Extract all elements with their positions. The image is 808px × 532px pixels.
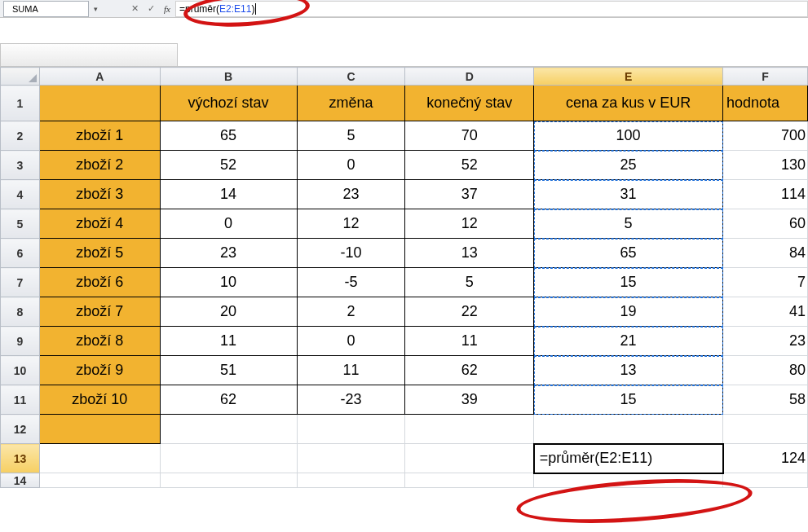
- cell-B13[interactable]: [160, 444, 297, 473]
- cell-F9[interactable]: 23: [723, 327, 808, 356]
- cell-F14[interactable]: [723, 473, 808, 488]
- cell-A4[interactable]: zboží 3: [39, 180, 160, 209]
- cell-F2[interactable]: 700: [723, 121, 808, 151]
- cell-B6[interactable]: 23: [160, 239, 297, 268]
- col-header-D[interactable]: D: [405, 68, 534, 86]
- col-header-F[interactable]: F: [723, 68, 808, 86]
- formula-enter-button[interactable]: ✓: [143, 3, 159, 14]
- formula-input[interactable]: =průměr(E2:E11): [175, 1, 808, 17]
- col-header-B[interactable]: B: [160, 68, 297, 86]
- cell-F7[interactable]: 7: [723, 268, 808, 297]
- cell-E11[interactable]: 15: [534, 385, 723, 415]
- cell-A14[interactable]: [39, 473, 160, 488]
- cell-E14[interactable]: [534, 473, 723, 488]
- cell-A7[interactable]: zboží 6: [39, 268, 160, 297]
- cell-C3[interactable]: 0: [297, 151, 405, 180]
- cell-B2[interactable]: 65: [160, 121, 297, 151]
- cell-E10[interactable]: 13: [534, 356, 723, 385]
- cell-E5[interactable]: 5: [534, 209, 723, 239]
- cell-D1[interactable]: konečný stav: [405, 86, 534, 121]
- cell-D2[interactable]: 70: [405, 121, 534, 151]
- cell-A11[interactable]: zboží 10: [39, 385, 160, 415]
- cell-A9[interactable]: zboží 8: [39, 327, 160, 356]
- name-box[interactable]: SUMA: [3, 1, 89, 17]
- cell-E3[interactable]: 25: [534, 151, 723, 180]
- row-header-5[interactable]: 5: [1, 209, 40, 239]
- cell-B12[interactable]: [160, 415, 297, 444]
- cell-D14[interactable]: [405, 473, 534, 488]
- cell-D4[interactable]: 37: [405, 180, 534, 209]
- row-header-14[interactable]: 14: [1, 473, 40, 488]
- cell-A1[interactable]: [39, 86, 160, 121]
- cell-A13[interactable]: [39, 444, 160, 473]
- cell-D8[interactable]: 22: [405, 297, 534, 327]
- cell-E4[interactable]: 31: [534, 180, 723, 209]
- row-header-2[interactable]: 2: [1, 121, 40, 151]
- formula-cancel-button[interactable]: ✕: [126, 3, 143, 14]
- cell-C8[interactable]: 2: [297, 297, 405, 327]
- cell-A8[interactable]: zboží 7: [39, 297, 160, 327]
- select-all-corner[interactable]: [1, 68, 40, 86]
- cell-D5[interactable]: 12: [405, 209, 534, 239]
- cell-C11[interactable]: -23: [297, 385, 405, 415]
- cell-C14[interactable]: [297, 473, 405, 488]
- cell-D11[interactable]: 39: [405, 385, 534, 415]
- cell-F11[interactable]: 58: [723, 385, 808, 415]
- cell-C13[interactable]: [297, 444, 405, 473]
- cell-B11[interactable]: 62: [160, 385, 297, 415]
- cell-E8[interactable]: 19: [534, 297, 723, 327]
- cell-D9[interactable]: 11: [405, 327, 534, 356]
- cell-E7[interactable]: 15: [534, 268, 723, 297]
- cell-D12[interactable]: [405, 415, 534, 444]
- worksheet[interactable]: A B C D E F 1 výchozí stav změna konečný…: [0, 67, 808, 488]
- cell-E9[interactable]: 21: [534, 327, 723, 356]
- cell-A2[interactable]: zboží 1: [39, 121, 160, 151]
- cell-D13[interactable]: [405, 444, 534, 473]
- cell-B9[interactable]: 11: [160, 327, 297, 356]
- insert-function-button[interactable]: fx: [159, 4, 175, 14]
- cell-F12[interactable]: [723, 415, 808, 444]
- cell-B8[interactable]: 20: [160, 297, 297, 327]
- col-header-A[interactable]: A: [39, 68, 160, 86]
- cell-C1[interactable]: změna: [297, 86, 405, 121]
- cell-C10[interactable]: 11: [297, 356, 405, 385]
- row-header-10[interactable]: 10: [1, 356, 40, 385]
- cell-A10[interactable]: zboží 9: [39, 356, 160, 385]
- row-header-3[interactable]: 3: [1, 151, 40, 180]
- cell-E12[interactable]: [534, 415, 723, 444]
- cell-A5[interactable]: zboží 4: [39, 209, 160, 239]
- cell-A6[interactable]: zboží 5: [39, 239, 160, 268]
- row-header-9[interactable]: 9: [1, 327, 40, 356]
- cell-B1[interactable]: výchozí stav: [160, 86, 297, 121]
- cell-C2[interactable]: 5: [297, 121, 405, 151]
- row-header-7[interactable]: 7: [1, 268, 40, 297]
- cell-E2[interactable]: 100: [534, 121, 723, 151]
- row-header-11[interactable]: 11: [1, 385, 40, 415]
- cell-A3[interactable]: zboží 2: [39, 151, 160, 180]
- cell-F5[interactable]: 60: [723, 209, 808, 239]
- cell-D6[interactable]: 13: [405, 239, 534, 268]
- cell-E1[interactable]: cena za kus v EUR: [534, 86, 723, 121]
- name-box-dropdown-icon[interactable]: ▾: [89, 5, 102, 13]
- cell-C9[interactable]: 0: [297, 327, 405, 356]
- cell-C6[interactable]: -10: [297, 239, 405, 268]
- cell-B10[interactable]: 51: [160, 356, 297, 385]
- row-header-1[interactable]: 1: [1, 86, 40, 121]
- cell-D3[interactable]: 52: [405, 151, 534, 180]
- cell-F6[interactable]: 84: [723, 239, 808, 268]
- cell-A12[interactable]: [39, 415, 160, 444]
- cell-E13-active[interactable]: =průměr(E2:E11): [534, 444, 723, 473]
- cell-C4[interactable]: 23: [297, 180, 405, 209]
- cell-D7[interactable]: 5: [405, 268, 534, 297]
- col-header-C[interactable]: C: [297, 68, 405, 86]
- cell-F4[interactable]: 114: [723, 180, 808, 209]
- row-header-6[interactable]: 6: [1, 239, 40, 268]
- cell-B4[interactable]: 14: [160, 180, 297, 209]
- cell-B5[interactable]: 0: [160, 209, 297, 239]
- cell-B14[interactable]: [160, 473, 297, 488]
- col-header-E[interactable]: E: [534, 68, 723, 86]
- row-header-4[interactable]: 4: [1, 180, 40, 209]
- cell-B3[interactable]: 52: [160, 151, 297, 180]
- cell-B7[interactable]: 10: [160, 268, 297, 297]
- cell-C5[interactable]: 12: [297, 209, 405, 239]
